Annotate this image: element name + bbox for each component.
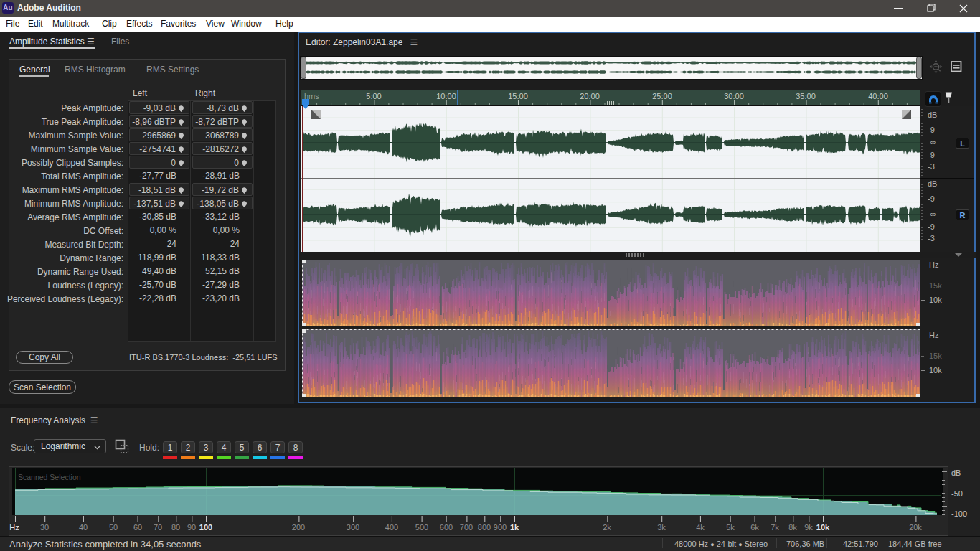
svg-text:Scanned Selection: Scanned Selection xyxy=(18,473,81,481)
